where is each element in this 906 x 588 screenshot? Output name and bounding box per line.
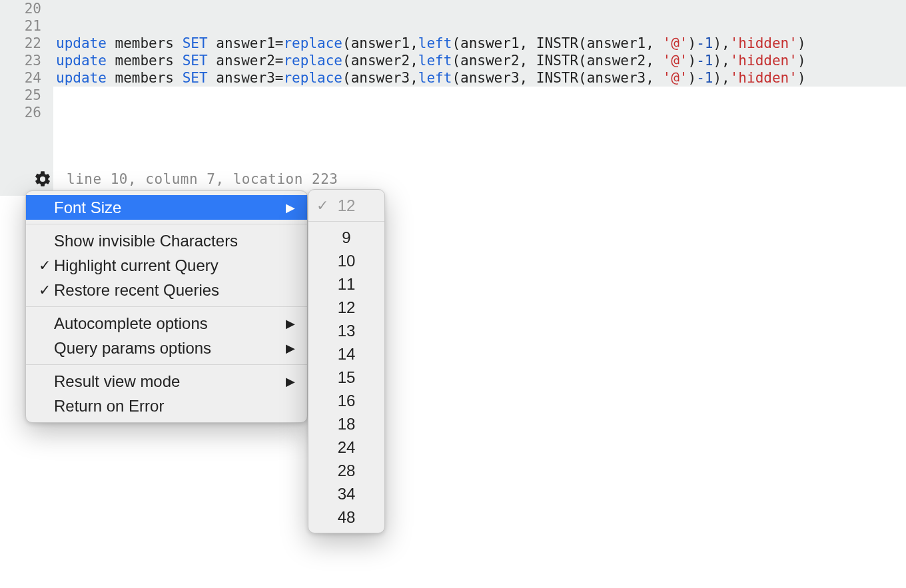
gear-icon[interactable] — [33, 170, 52, 188]
menu-label: Result view mode — [54, 372, 286, 391]
check-icon: ✓ — [35, 257, 54, 274]
menu-label: Highlight current Query — [54, 256, 295, 275]
font-size-option[interactable]: 10 — [308, 249, 384, 272]
chevron-right-icon: ▶ — [286, 341, 295, 356]
font-size-value: 12 — [338, 298, 356, 317]
font-size-value: 28 — [338, 461, 356, 480]
font-size-option[interactable]: 48 — [308, 505, 384, 529]
font-size-value: 14 — [338, 345, 356, 364]
menu-separator — [26, 224, 307, 224]
font-size-option[interactable]: 11 — [308, 272, 384, 296]
code-line[interactable] — [53, 17, 906, 35]
line-number: 24 — [0, 69, 53, 87]
code-line[interactable] — [53, 87, 906, 104]
menu-return-error[interactable]: Return on Error — [26, 394, 307, 418]
font-size-option[interactable]: 16 — [308, 389, 384, 412]
font-size-value: 18 — [338, 415, 356, 434]
code-line[interactable]: update members SET answer1=replace(answe… — [53, 35, 906, 52]
menu-separator — [308, 221, 384, 222]
menu-separator — [26, 306, 307, 307]
line-number: 20 — [0, 0, 53, 17]
font-size-value: 34 — [338, 485, 356, 503]
font-size-option[interactable]: 9 — [308, 226, 384, 249]
menu-label: Autocomplete options — [54, 314, 286, 333]
font-size-option[interactable]: 34 — [308, 482, 384, 505]
menu-query-params[interactable]: Query params options ▶ — [26, 336, 307, 360]
font-size-value: 13 — [338, 322, 356, 340]
menu-show-invisible[interactable]: Show invisible Characters — [26, 228, 307, 253]
menu-highlight-query[interactable]: ✓ Highlight current Query — [26, 253, 307, 278]
font-size-option[interactable]: 28 — [308, 459, 384, 482]
font-size-option[interactable]: 13 — [308, 319, 384, 342]
chevron-right-icon: ▶ — [286, 374, 295, 389]
menu-label: Return on Error — [54, 397, 295, 416]
menu-result-view[interactable]: Result view mode ▶ — [26, 369, 307, 394]
font-size-value: 12 — [338, 196, 356, 215]
editor-settings-menu: Font Size ▶ Show invisible Characters ✓ … — [25, 190, 308, 423]
menu-label: Restore recent Queries — [54, 281, 295, 300]
code-line[interactable]: update members SET answer3=replace(answe… — [53, 69, 906, 87]
chevron-right-icon: ▶ — [286, 316, 295, 331]
font-size-value: 48 — [338, 508, 356, 527]
line-number: 22 — [0, 35, 53, 52]
line-number: 26 — [0, 104, 53, 121]
font-size-value: 24 — [338, 438, 356, 457]
font-size-submenu: ✓ 12 9 10 11 12 13 14 15 16 18 24 28 34 … — [308, 189, 385, 533]
menu-autocomplete[interactable]: Autocomplete options ▶ — [26, 311, 307, 336]
line-number: 25 — [0, 87, 53, 104]
font-size-current[interactable]: ✓ 12 — [308, 194, 384, 217]
line-number: 21 — [0, 17, 53, 35]
font-size-option[interactable]: 15 — [308, 366, 384, 389]
font-size-value: 16 — [338, 392, 356, 410]
code-line[interactable] — [53, 104, 906, 121]
menu-restore-queries[interactable]: ✓ Restore recent Queries — [26, 278, 307, 302]
chevron-right-icon: ▶ — [286, 200, 295, 215]
cursor-position: line 10, column 7, location 223 — [67, 171, 338, 187]
font-size-value: 15 — [338, 368, 356, 387]
check-icon: ✓ — [35, 282, 54, 299]
font-size-option[interactable]: 18 — [308, 412, 384, 436]
font-size-option[interactable]: 14 — [308, 342, 384, 366]
check-icon: ✓ — [316, 197, 328, 214]
font-size-value: 9 — [342, 228, 350, 247]
menu-label: Show invisible Characters — [54, 232, 295, 250]
code-line[interactable]: update members SET answer2=replace(answe… — [53, 52, 906, 69]
font-size-value: 10 — [338, 252, 356, 270]
font-size-option[interactable]: 12 — [308, 296, 384, 319]
menu-separator — [26, 364, 307, 365]
menu-label: Font Size — [54, 198, 286, 217]
menu-label: Query params options — [54, 339, 286, 358]
menu-font-size[interactable]: Font Size ▶ — [26, 195, 307, 220]
font-size-value: 11 — [338, 275, 356, 294]
font-size-option[interactable]: 24 — [308, 436, 384, 459]
line-number: 23 — [0, 52, 53, 69]
code-line[interactable] — [53, 0, 906, 17]
